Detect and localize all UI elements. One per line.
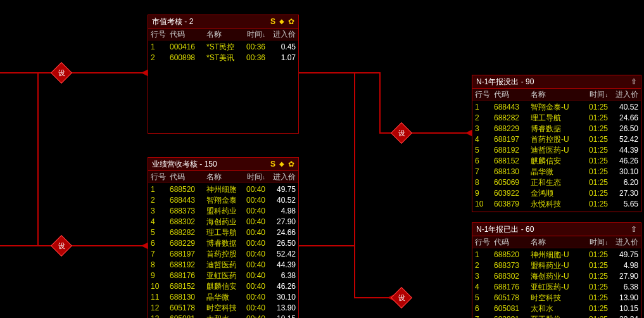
cell-code: 688192	[494, 145, 531, 156]
flow-node[interactable]: 设	[391, 122, 412, 144]
table-row[interactable]: 10688152麒麟信安00:4046.26	[151, 281, 296, 292]
table-row[interactable]: 2688373盟科药业-U01:254.98	[475, 260, 638, 271]
table-row[interactable]: 8688192迪哲医药-U00:4044.39	[151, 260, 296, 270]
col-idx[interactable]: 行号	[151, 29, 170, 40]
cell-name: 迪哲医药-U	[531, 145, 579, 156]
col-code[interactable]: 代码	[170, 171, 206, 182]
cell-time: 01:25	[579, 271, 608, 282]
col-idx[interactable]: 行号	[475, 236, 494, 248]
table-row[interactable]: 5688282理工导航00:4024.66	[151, 227, 296, 238]
table-row[interactable]: 9603922金鸿顺01:2527.30	[475, 188, 638, 199]
table-row[interactable]: 3688229博睿数据01:2526.50	[475, 124, 638, 134]
table-row[interactable]: 1688443智翔金泰-U01:2540.52	[475, 102, 638, 113]
cell-code: 688130	[494, 167, 531, 177]
table-row[interactable]: 5688192迪哲医药-U01:2544.39	[475, 145, 638, 156]
diamond-icon[interactable]: ◆	[279, 15, 284, 28]
panel-titlebar[interactable]: 市值考核 - 2 S ◆ ✿	[148, 15, 298, 29]
col-time[interactable]: 时间↓	[236, 29, 265, 40]
col-name[interactable]: 名称	[206, 29, 236, 40]
cell-price: 1.07	[265, 53, 296, 63]
table-row[interactable]: 2600898*ST美讯00:361.07	[151, 53, 296, 63]
cell-code: 000416	[170, 42, 206, 53]
col-name[interactable]: 名称	[206, 171, 236, 182]
table-row[interactable]: 12605178时空科技00:4013.90	[151, 303, 296, 314]
cell-name: 永悦科技	[531, 199, 579, 210]
table-row[interactable]: 4688302海创药业-U00:4027.90	[151, 217, 296, 227]
table-row[interactable]: 1000416*ST民控00:360.45	[151, 42, 296, 53]
diamond-icon[interactable]: ◆	[279, 158, 284, 170]
cell-time: 01:25	[579, 124, 608, 134]
gear-icon[interactable]: ✿	[288, 15, 294, 28]
panel-titlebar[interactable]: N-1年报没出 - 90 ⇧	[472, 75, 641, 89]
col-price[interactable]: 进入价	[265, 171, 296, 182]
col-time[interactable]: 时间↓	[579, 89, 608, 100]
table-row[interactable]: 3688373盟科药业-U00:404.98	[151, 206, 296, 217]
cell-idx: 9	[151, 270, 170, 281]
table-row[interactable]: 11688130晶华微00:4030.10	[151, 292, 296, 303]
cell-name: 海创药业-U	[206, 217, 236, 227]
flow-node[interactable]: 设	[51, 235, 72, 257]
gear-icon[interactable]: ✿	[288, 158, 294, 170]
col-idx[interactable]: 行号	[475, 89, 494, 100]
flow-node[interactable]: 设	[51, 62, 72, 84]
table-row[interactable]: 4688176亚虹医药-U01:256.38	[475, 282, 638, 293]
table-row[interactable]: 7688130晶华微01:2530.10	[475, 167, 638, 177]
col-code[interactable]: 代码	[494, 236, 531, 248]
table-row[interactable]: 4688197首药控股-U01:2552.42	[475, 134, 638, 145]
cell-name: 亚虹医药-U	[531, 282, 579, 293]
cell-name: 盟科药业-U	[531, 260, 579, 271]
table-row[interactable]: 2688282理工导航01:2524.66	[475, 113, 638, 124]
col-code[interactable]: 代码	[494, 89, 531, 100]
table-row[interactable]: 6688229博睿数据00:4026.50	[151, 238, 296, 249]
cell-price: 27.30	[608, 188, 638, 199]
cell-price: 46.26	[265, 281, 296, 292]
cell-code: 688520	[494, 250, 531, 260]
table-row[interactable]: 8605069正和生态01:256.20	[475, 177, 638, 188]
cell-code: 688152	[170, 281, 206, 292]
arrow-up-icon[interactable]: ⇧	[631, 223, 637, 236]
table-row[interactable]: 1688520神州细胞-U01:2549.75	[475, 250, 638, 260]
col-price[interactable]: 进入价	[608, 236, 638, 248]
table-row[interactable]: 10603879永悦科技01:255.65	[475, 199, 638, 210]
cell-idx: 6	[475, 156, 494, 167]
svg-marker-1	[142, 243, 148, 248]
cell-time: 00:40	[236, 292, 265, 303]
s-icon[interactable]: S	[270, 158, 275, 170]
table-row[interactable]: 13605081太和水00:4010.15	[151, 314, 296, 318]
cell-code: 603991	[494, 314, 531, 318]
panel-titlebar[interactable]: 业绩营收考核 - 150 S ◆ ✿	[148, 158, 298, 171]
table-row[interactable]: 1688520神州细胞-U00:4049.75	[151, 184, 296, 195]
flow-node[interactable]: 设	[391, 287, 412, 308]
panel-titlebar[interactable]: N-1年报已出 - 60 ⇧	[472, 223, 641, 236]
col-idx[interactable]: 行号	[151, 171, 170, 182]
col-name[interactable]: 名称	[531, 89, 579, 100]
table-row[interactable]: 2688443智翔金泰-U00:4040.52	[151, 195, 296, 206]
cell-time: 01:25	[579, 250, 608, 260]
col-price[interactable]: 进入价	[608, 89, 638, 100]
cell-price: 6.38	[265, 270, 296, 281]
cell-name: 智翔金泰-U	[206, 195, 236, 206]
s-icon[interactable]: S	[270, 15, 275, 28]
cell-price: 24.66	[265, 227, 296, 238]
col-time[interactable]: 时间↓	[236, 171, 265, 182]
cell-time: 00:40	[236, 303, 265, 314]
table-row[interactable]: 6605081太和水01:2510.15	[475, 303, 638, 314]
arrow-up-icon[interactable]: ⇧	[631, 75, 637, 88]
cell-name: 博睿数据	[206, 238, 236, 249]
cell-name: 神州细胞-U	[206, 184, 236, 195]
col-code[interactable]: 代码	[170, 29, 206, 40]
cell-idx: 2	[475, 113, 494, 124]
cell-price: 4.98	[265, 206, 296, 217]
table-row[interactable]: 7688197首药控股-U00:4052.42	[151, 249, 296, 260]
table-row[interactable]: 5605178时空科技01:2513.90	[475, 293, 638, 303]
table-row[interactable]: 3688302海创药业-U01:2527.90	[475, 271, 638, 282]
col-name[interactable]: 名称	[531, 236, 579, 248]
table-row[interactable]: 6688152麒麟信安01:2546.26	[475, 156, 638, 167]
col-time[interactable]: 时间↓	[579, 236, 608, 248]
table-row[interactable]: 7603991至正股份01:2529.34	[475, 314, 638, 318]
table-row[interactable]: 9688176亚虹医药-U00:406.38	[151, 270, 296, 281]
cell-idx: 4	[475, 282, 494, 293]
cell-code: 603879	[494, 199, 531, 210]
table-header: 行号 代码 名称 时间↓ 进入价	[148, 171, 298, 183]
col-price[interactable]: 进入价	[265, 29, 296, 40]
